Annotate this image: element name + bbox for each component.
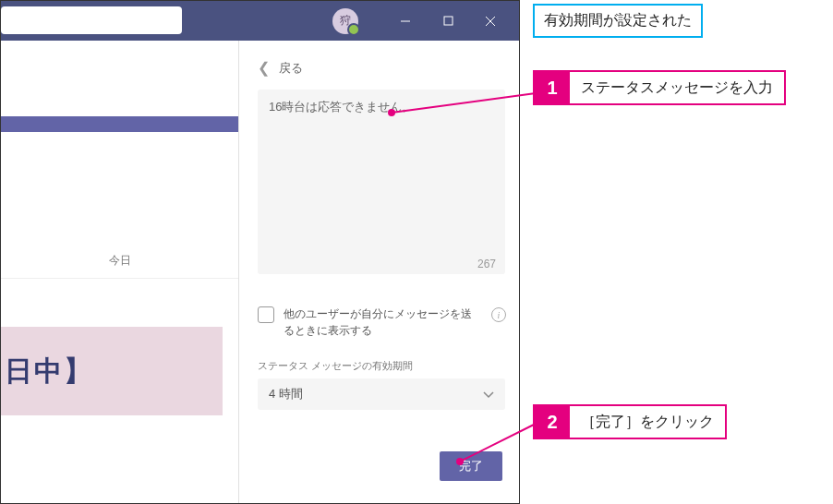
expiry-value: 4 時間 [269,386,303,402]
status-message-input[interactable] [258,90,505,274]
avatar[interactable]: 狩 [332,8,358,34]
step-number: 1 [535,72,570,103]
status-message-panel: ❮ 戻る 267 他のユーザーが自分にメッセージを送るときに表示する i ステー… [239,41,520,504]
titlebar: 狩 [1,1,519,41]
step-text: ステータスメッセージを入力 [570,72,784,103]
checkbox-label: 他のユーザーが自分にメッセージを送るときに表示する [284,306,482,339]
info-icon[interactable]: i [491,307,506,322]
step-text: ［完了］をクリック [570,406,725,438]
close-icon [485,16,496,27]
minimize-button[interactable] [384,1,427,41]
content-left-pane: 今日 日中】 [1,41,239,504]
callout-step-1: 1 ステータスメッセージを入力 [533,70,786,105]
callout-info: 有効期間が設定された [533,4,703,38]
show-when-message-checkbox[interactable] [258,306,274,323]
char-count: 267 [477,258,496,270]
expiry-dropdown[interactable]: 4 時間 [258,378,505,410]
back-button[interactable]: ❮ 戻る [258,59,506,77]
callout-step-2: 2 ［完了］をクリック [533,404,727,439]
done-button[interactable]: 完了 [440,451,502,481]
maximize-button[interactable] [427,1,469,41]
search-input[interactable] [1,6,182,34]
maximize-icon [443,16,453,26]
close-button[interactable] [469,1,512,41]
app-window: 狩 今日 日中】 ❮ 戻る 267 他のユーザーが自分にメッセージを送るときに表… [0,0,520,504]
chevron-left-icon: ❮ [258,59,270,77]
show-when-message-row: 他のユーザーが自分にメッセージを送るときに表示する i [258,306,506,339]
chevron-down-icon [483,388,494,402]
step-number: 2 [535,406,570,438]
header-strip [1,116,238,132]
message-input-wrap: 267 [258,90,505,278]
date-separator: 今日 [1,253,238,279]
back-label: 戻る [279,60,303,77]
expiry-section-label: ステータス メッセージの有効期間 [258,359,506,373]
minimize-icon [400,16,411,27]
banner-text: 日中】 [1,327,223,415]
svg-rect-1 [444,17,453,25]
